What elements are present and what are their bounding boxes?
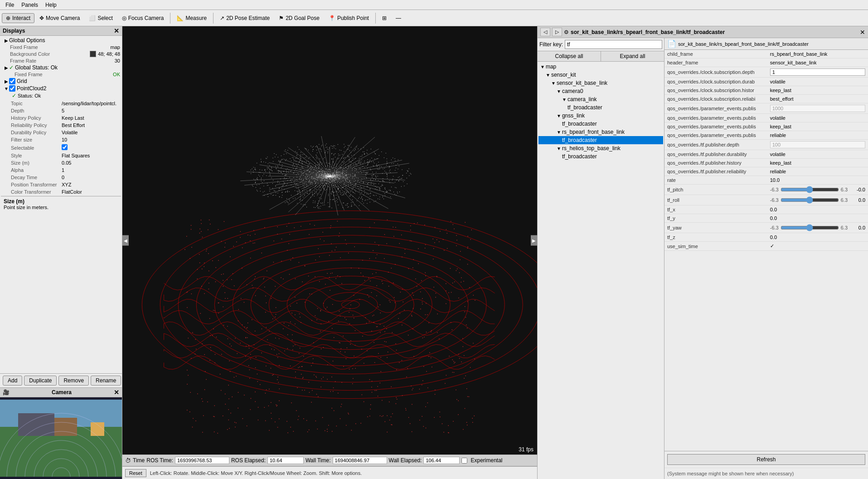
close-panel-button[interactable]: — — [392, 13, 405, 23]
param-back-button[interactable]: ◁ — [540, 28, 550, 36]
focus-camera-button[interactable]: ◎ Focus Camera — [118, 13, 168, 23]
grid-item[interactable]: ▶ Grid — [1, 78, 121, 85]
param-value[interactable]: -6.36.30.0 — [767, 223, 868, 233]
param-key: rate — [664, 176, 767, 185]
wall-time-input[interactable] — [333, 457, 387, 464]
grid-toggle[interactable]: ▶ — [4, 79, 9, 84]
focus-camera-icon: ◎ — [122, 15, 126, 21]
camera-header: 🎥 Camera ✕ — [0, 388, 122, 397]
2d-pose-button[interactable]: ↗ 2D Pose Estimate — [216, 13, 274, 23]
collapse-all-button[interactable]: Collapse all — [538, 51, 601, 61]
pointcloud2-toggle[interactable]: ▼ — [4, 86, 9, 91]
tree-item-tf-broadcaster-gnss[interactable]: tf_broadcaster — [538, 120, 663, 128]
param-key: child_frame — [664, 50, 767, 59]
param-reconfigure-title: sor_kit_base_link/rs_bpearl_front_base_l… — [571, 29, 858, 35]
tree-item-rs-bpearl[interactable]: ▼ rs_bpearl_front_base_link — [538, 128, 663, 136]
global-status-item[interactable]: ▶ ✓ Global Status: Ok — [1, 64, 121, 71]
param-slider[interactable] — [781, 196, 839, 204]
pc2-topic-value: /sensing/lidar/top/pointcl. — [60, 100, 120, 107]
tree-item-camera0[interactable]: ▼ camera0 — [538, 87, 663, 95]
fixed-frame-global-value: map — [111, 44, 120, 50]
collapse-right-button[interactable]: ▶ — [531, 235, 537, 246]
extra-button[interactable]: ⊞ — [378, 13, 391, 23]
menu-panels[interactable]: Panels — [18, 1, 42, 9]
pc2-size-value: 0.05 — [60, 160, 120, 166]
param-row: qos_overrides./clock.subscription.reliab… — [664, 95, 868, 103]
measure-label: Measure — [185, 15, 207, 21]
pc2-selectable-checkbox[interactable] — [62, 144, 68, 150]
param-forward-button[interactable]: ▷ — [552, 28, 562, 36]
pc2-properties: Topic /sensing/lidar/top/pointcl. Depth … — [1, 99, 121, 196]
measure-button[interactable]: 📐 Measure — [173, 13, 211, 23]
collapse-left-button[interactable]: ◀ — [122, 235, 129, 246]
param-value[interactable]: -6.36.3-0.0 — [767, 185, 868, 195]
experimental-label: Experimental — [470, 457, 502, 464]
tree-item-map[interactable]: ▼ map — [538, 63, 663, 71]
global-status-toggle[interactable]: ▶ — [4, 65, 9, 70]
pointcloud2-checkbox[interactable] — [9, 85, 15, 92]
separator-1 — [170, 13, 170, 24]
param-input[interactable] — [770, 68, 865, 76]
pc2-depth-row: Depth 5 — [9, 108, 120, 114]
param-slider[interactable] — [781, 224, 839, 231]
fps-label: 31 fps — [519, 446, 533, 453]
menu-file[interactable]: File — [2, 1, 18, 9]
tree-item-tf-broadcaster-cam[interactable]: tf_broadcaster — [538, 103, 663, 112]
separator-2 — [213, 13, 213, 24]
tree-item-gnss-link[interactable]: ▼ gnss_link — [538, 112, 663, 120]
param-filter-input[interactable] — [565, 40, 662, 49]
ros-elapsed-input[interactable] — [267, 457, 304, 464]
pc2-color-transformer-label: Color Transformer — [9, 189, 59, 195]
publish-point-button[interactable]: 📍 Publish Point — [325, 13, 373, 23]
reset-button[interactable]: Reset — [125, 469, 146, 477]
expand-all-button[interactable]: Expand all — [601, 51, 664, 61]
tree-item-sensor-kit[interactable]: ▼ sensor_kit — [538, 71, 663, 79]
tree-item-sensor-kit-base-link[interactable]: ▼ sensor_kit_base_link — [538, 79, 663, 87]
pointcloud2-item[interactable]: ▼ PointCloud2 — [1, 85, 121, 92]
grid-checkbox[interactable] — [9, 78, 15, 84]
param-value: 10.0 — [767, 176, 868, 185]
wall-elapsed-input[interactable] — [423, 457, 460, 464]
remove-button[interactable]: Remove — [58, 376, 89, 386]
pc2-depth-label: Depth — [9, 108, 59, 114]
select-button[interactable]: ⬜ Select — [85, 13, 116, 23]
global-options-item[interactable]: ▶ Global Options — [1, 37, 121, 44]
tree-item-rs-helios[interactable]: ▼ rs_helios_top_base_link — [538, 144, 663, 152]
frame-rate-item: Frame Rate 30 — [1, 58, 121, 64]
param-value: 0.0 — [767, 214, 868, 223]
background-color-value: 48; 48; 48 — [90, 51, 120, 57]
menu-help[interactable]: Help — [42, 1, 60, 9]
displays-close-button[interactable]: ✕ — [114, 28, 119, 34]
tree-item-camera-link[interactable]: ▼ camera_link — [538, 95, 663, 103]
param-key: header_frame — [664, 59, 767, 67]
move-camera-button[interactable]: ✥ Move Camera — [35, 13, 84, 23]
param-reconfigure-close-button[interactable]: ✕ — [860, 29, 865, 36]
param-key: qos_overrides./parameter_events.publis — [664, 131, 767, 140]
main-3d-canvas[interactable] — [122, 26, 537, 455]
experimental-checkbox[interactable] — [461, 458, 467, 464]
rename-button[interactable]: Rename — [91, 376, 121, 386]
param-key: qos_overrides./parameter_events.publis — [664, 122, 767, 131]
tree-item-tf-broadcaster-rs[interactable]: tf_broadcaster — [538, 136, 663, 144]
global-options-toggle[interactable]: ▶ — [4, 38, 9, 43]
camera-close-button[interactable]: ✕ — [114, 389, 119, 396]
displays-title: Displays — [3, 28, 25, 34]
param-row: tf_yaw-6.36.30.0 — [664, 223, 868, 233]
param-value[interactable] — [767, 67, 868, 78]
tree-item-tf-broadcaster-helios[interactable]: tf_broadcaster — [538, 152, 663, 161]
pc2-pos-transformer-label: Position Transformer — [9, 181, 59, 188]
param-value[interactable]: -6.36.30.0 — [767, 195, 868, 205]
2d-goal-button[interactable]: ⚑ 2D Goal Pose — [275, 13, 324, 23]
add-button[interactable]: Add — [3, 376, 22, 386]
select-icon: ⬜ — [89, 15, 96, 21]
toolbar: ⊕ Interact ✥ Move Camera ⬜ Select ◎ Focu… — [0, 10, 868, 26]
param-slider[interactable] — [781, 186, 839, 193]
main-layout: Displays ✕ ▶ Global Options Fixed Frame … — [0, 26, 868, 479]
duplicate-button[interactable]: Duplicate — [24, 376, 57, 386]
3d-view[interactable]: ◀ ▶ 31 fps — [122, 26, 537, 455]
refresh-button[interactable]: Refresh — [667, 454, 865, 465]
pc2-history-label: History Policy — [9, 115, 59, 121]
interact-button[interactable]: ⊕ Interact — [2, 13, 34, 23]
param-key: use_sim_time — [664, 242, 767, 251]
ros-time-input[interactable] — [175, 457, 229, 464]
